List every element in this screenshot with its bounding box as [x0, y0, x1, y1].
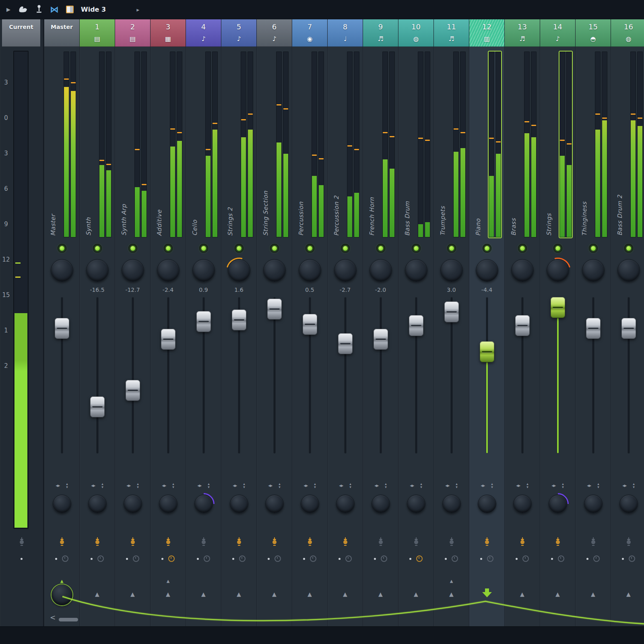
stereo-separation-icon[interactable]: ◂▸ [197, 483, 201, 488]
clock-icon[interactable] [593, 555, 600, 562]
channel-strip-percussion[interactable]: 7 ◉ Percussion 0.5 ◂▸ ▴▾ ▲ [292, 19, 328, 644]
channel-strip-cello[interactable]: 4 ♪ Cello 0.9 ◂▸ ▴▾ ▲ [186, 19, 221, 644]
lamp-icon[interactable] [378, 537, 384, 547]
volume-fader[interactable] [611, 296, 644, 455]
clock-icon[interactable] [275, 555, 281, 562]
stereo-sep-knob[interactable] [53, 495, 71, 513]
stereo-sep-knob[interactable] [194, 495, 213, 513]
move-down-icon[interactable]: ▾ [66, 485, 68, 489]
stereo-sep-knob[interactable] [619, 495, 638, 513]
clock-icon[interactable] [62, 555, 68, 562]
route-up-arrow[interactable]: ▲ [505, 591, 540, 597]
pan-knob[interactable] [86, 259, 109, 282]
record-dot[interactable] [55, 558, 57, 560]
lamp-icon[interactable] [342, 537, 349, 547]
fader-handle[interactable] [409, 315, 423, 336]
record-dot[interactable] [586, 558, 588, 560]
move-down-icon[interactable]: ▾ [562, 485, 564, 489]
peak-meter[interactable] [559, 52, 572, 237]
channel-strip-additive[interactable]: 3 ▦ Additive -2.4 ◂▸ ▴▾ ▲ ▲ [151, 19, 186, 644]
volume-fader[interactable] [221, 296, 256, 455]
peak-meter[interactable] [524, 52, 537, 237]
channel-strip-brass[interactable]: 13 ♬ Brass ◂▸ ▴▾ ▲ [505, 19, 540, 644]
route-up-arrow[interactable]: ▲ [292, 591, 327, 597]
volume-fader[interactable] [292, 296, 327, 455]
move-down-icon[interactable]: ▾ [172, 485, 174, 489]
move-channel-icon[interactable]: ▴▾ [349, 482, 351, 489]
fader-handle[interactable] [196, 311, 211, 332]
lamp-icon[interactable] [590, 537, 597, 547]
route-up-arrow[interactable]: ▲ [434, 591, 469, 597]
move-channel-icon[interactable]: ▴▾ [66, 482, 68, 489]
lamp-icon[interactable] [236, 537, 242, 547]
move-channel-icon[interactable]: ▴▾ [172, 482, 174, 489]
channel-header[interactable]: 13 ♬ [505, 19, 540, 47]
pan-knob[interactable] [405, 259, 427, 282]
channel-name[interactable]: French Horn [367, 53, 377, 236]
lamp-icon[interactable] [271, 537, 278, 547]
volume-fader[interactable] [115, 296, 150, 455]
volume-fader[interactable] [398, 296, 433, 455]
volume-fader[interactable] [434, 296, 469, 455]
fader-handle[interactable] [480, 341, 494, 362]
lamp-icon[interactable] [19, 537, 25, 547]
channel-strip-piano[interactable]: 12 ▥ Piano -4.4 ◂▸ ▴▾ [469, 19, 505, 644]
channel-header[interactable]: 11 ♬ [434, 19, 469, 47]
mute-led[interactable] [305, 244, 314, 253]
move-channel-icon[interactable]: ▴▾ [633, 482, 635, 489]
scroll-left-icon[interactable]: < [50, 613, 56, 621]
move-down-icon[interactable]: ▾ [420, 485, 422, 489]
record-dot[interactable] [91, 558, 93, 560]
detached-icon[interactable]: ⋈ [50, 5, 59, 14]
stereo-sep-knob[interactable] [124, 495, 142, 513]
clock-icon[interactable] [452, 555, 458, 562]
move-channel-icon[interactable]: ▴▾ [491, 482, 493, 489]
pan-knob[interactable] [157, 259, 180, 282]
channel-strip-strings[interactable]: 14 ♪ Strings ◂▸ ▴▾ ▲ [540, 19, 576, 644]
clock-icon[interactable] [558, 555, 564, 562]
lamp-icon[interactable] [130, 537, 136, 547]
move-down-icon[interactable]: ▾ [137, 485, 139, 489]
pan-knob[interactable] [51, 259, 73, 282]
limiter-icon[interactable] [35, 4, 43, 15]
channel-header[interactable]: 5 ♪ [221, 19, 256, 47]
volume-fader[interactable] [44, 296, 79, 455]
stereo-separation-icon[interactable]: ◂▸ [587, 483, 591, 488]
record-dot[interactable] [339, 558, 341, 560]
fader-handle[interactable] [444, 301, 459, 322]
mute-led[interactable] [270, 244, 279, 253]
move-channel-icon[interactable]: ▴▾ [101, 482, 103, 489]
record-dot[interactable] [374, 558, 376, 560]
pan-knob[interactable] [582, 259, 605, 282]
stereo-sep-knob[interactable] [407, 495, 425, 513]
pan-knob[interactable] [228, 259, 250, 282]
mute-led[interactable] [128, 244, 137, 253]
stereo-separation-icon[interactable]: ◂▸ [268, 483, 272, 488]
move-down-icon[interactable]: ▾ [279, 485, 281, 489]
stereo-sep-knob[interactable] [442, 495, 461, 513]
peak-meter[interactable] [134, 52, 147, 237]
peak-meter[interactable] [453, 52, 466, 237]
mute-led[interactable] [93, 244, 102, 253]
clock-icon[interactable] [133, 555, 139, 562]
stereo-sep-knob[interactable] [336, 495, 355, 513]
channel-name[interactable]: Percussion 2 [332, 53, 341, 236]
record-dot[interactable] [516, 558, 518, 560]
route-up-arrow[interactable]: ▲ [328, 591, 363, 597]
fader-handle[interactable] [338, 333, 353, 354]
pan-knob[interactable] [476, 259, 498, 282]
routing-caret-icon[interactable]: ▲ [44, 579, 79, 583]
record-dot[interactable] [480, 558, 482, 560]
routing-caret-icon[interactable]: ▲ [151, 579, 186, 583]
route-up-arrow[interactable]: ▲ [186, 591, 221, 597]
record-dot[interactable] [232, 558, 234, 560]
stereo-separation-icon[interactable]: ◂▸ [374, 483, 378, 488]
stereo-separation-icon[interactable]: ◂▸ [126, 483, 130, 488]
mute-led[interactable] [341, 244, 350, 253]
fader-handle[interactable] [90, 396, 105, 417]
move-channel-icon[interactable]: ▴▾ [420, 482, 422, 489]
channel-strip-strings-2[interactable]: 5 ♪ Strings 2 1.6 ◂▸ ▴▾ ▲ [221, 19, 257, 644]
stereo-separation-icon[interactable]: ◂▸ [303, 483, 308, 488]
route-up-arrow[interactable]: ▲ [115, 591, 150, 597]
volume-fader[interactable] [186, 296, 221, 455]
